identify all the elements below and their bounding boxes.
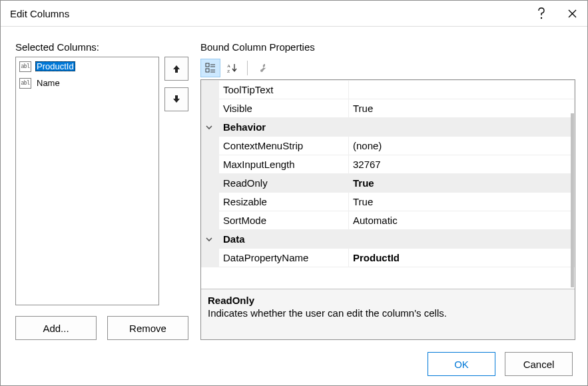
arrow-down-icon xyxy=(172,95,181,104)
scrollbar-thumb[interactable] xyxy=(571,113,574,287)
property-row-maxinputlength[interactable]: MaxInputLength32767 xyxy=(202,155,575,174)
ok-button[interactable]: OK xyxy=(428,352,495,376)
property-value[interactable]: True xyxy=(349,174,575,193)
selected-columns-label: Selected Columns: xyxy=(15,41,188,53)
svg-rect-1 xyxy=(206,63,209,67)
edit-columns-dialog: Edit Columns Selected Columns: ablProduc… xyxy=(0,0,588,386)
propertygrid-toolbar: A Z xyxy=(200,57,575,79)
property-value[interactable]: ProductId xyxy=(349,249,575,267)
close-button[interactable] xyxy=(557,1,587,26)
remove-button[interactable]: Remove xyxy=(107,316,188,340)
property-grid[interactable]: ToolTipTextVisibleTrueBehaviorContextMen… xyxy=(201,80,575,289)
column-item-productid[interactable]: ablProductId xyxy=(17,58,158,75)
svg-text:A: A xyxy=(227,63,230,69)
wrench-icon xyxy=(258,63,268,73)
column-item-name[interactable]: ablName xyxy=(17,75,158,91)
property-name: MaxInputLength xyxy=(219,155,349,174)
category-data[interactable]: Data xyxy=(202,230,575,249)
selected-columns-listbox[interactable]: ablProductIdablName xyxy=(15,57,159,305)
toolbar-separator xyxy=(247,61,248,75)
column-item-label: ProductId xyxy=(35,61,75,71)
property-value[interactable]: Automatic xyxy=(349,211,575,230)
chevron-down-icon xyxy=(206,124,212,131)
property-row-readonly[interactable]: ReadOnlyTrue xyxy=(202,174,575,193)
move-down-button[interactable] xyxy=(164,87,188,111)
cancel-button[interactable]: Cancel xyxy=(505,352,573,376)
description-property-name: ReadOnly xyxy=(208,295,568,306)
sort-az-icon: A Z xyxy=(226,63,237,73)
property-row-resizable[interactable]: ResizableTrue xyxy=(202,193,575,211)
property-value[interactable] xyxy=(349,81,575,99)
arrow-up-icon xyxy=(172,64,181,73)
properties-panel: Bound Column Properties A Z xyxy=(200,41,575,340)
category-label: Data xyxy=(219,230,575,249)
window-title: Edit Columns xyxy=(10,8,69,19)
category-label: Behavior xyxy=(219,118,575,137)
property-name: Resizable xyxy=(219,193,349,211)
alphabetical-view-button[interactable]: A Z xyxy=(222,59,242,77)
property-value[interactable]: 32767 xyxy=(349,155,575,174)
category-behavior[interactable]: Behavior xyxy=(202,118,575,137)
property-pages-button[interactable] xyxy=(253,59,273,77)
property-row-visible[interactable]: VisibleTrue xyxy=(202,99,575,118)
categorized-icon xyxy=(205,63,216,73)
property-row-contextmenustrip[interactable]: ContextMenuStrip(none) xyxy=(202,137,575,155)
property-row-datapropertyname[interactable]: DataPropertyNameProductId xyxy=(202,249,575,267)
property-name: DataPropertyName xyxy=(219,249,349,267)
selected-columns-panel: Selected Columns: ablProductIdablName Ad… xyxy=(15,41,188,340)
property-name: ToolTipText xyxy=(219,81,349,99)
property-name: ReadOnly xyxy=(219,174,349,193)
property-name: ContextMenuStrip xyxy=(219,137,349,155)
property-value[interactable]: True xyxy=(349,99,575,118)
column-item-label: Name xyxy=(35,78,61,88)
chevron-down-icon xyxy=(206,236,212,243)
property-row-tooltiptext[interactable]: ToolTipText xyxy=(202,81,575,99)
categorized-view-button[interactable] xyxy=(200,59,220,77)
textbox-column-icon: abl xyxy=(19,61,31,72)
property-row-sortmode[interactable]: SortModeAutomatic xyxy=(202,211,575,230)
textbox-column-icon: abl xyxy=(19,78,31,89)
property-description-pane: ReadOnly Indicates whether the user can … xyxy=(201,289,575,339)
svg-point-0 xyxy=(541,17,542,19)
help-icon xyxy=(537,7,546,19)
property-name: Visible xyxy=(219,99,349,118)
move-up-button[interactable] xyxy=(164,57,188,81)
close-icon xyxy=(568,9,577,18)
svg-text:Z: Z xyxy=(227,69,230,73)
add-button[interactable]: Add... xyxy=(15,316,97,340)
expand-toggle[interactable] xyxy=(202,230,219,249)
expand-toggle[interactable] xyxy=(202,118,219,137)
description-text: Indicates whether the user can edit the … xyxy=(208,307,568,319)
help-button[interactable] xyxy=(526,1,557,26)
property-value[interactable]: True xyxy=(349,193,575,211)
property-name: SortMode xyxy=(219,211,349,230)
svg-rect-2 xyxy=(206,69,209,72)
property-value[interactable]: (none) xyxy=(349,137,575,155)
dialog-footer: OK Cancel xyxy=(428,352,573,376)
properties-heading: Bound Column Properties xyxy=(200,41,575,53)
titlebar: Edit Columns xyxy=(1,1,587,27)
